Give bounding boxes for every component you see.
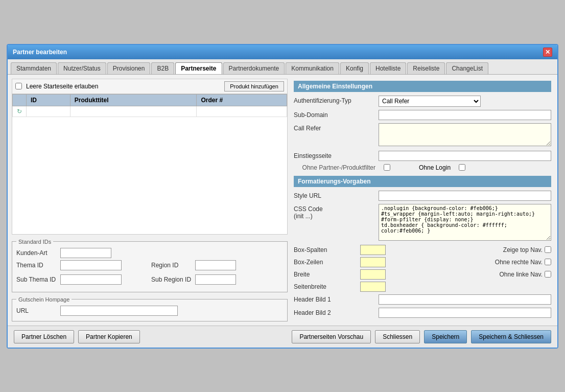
box-zeilen-input[interactable]: 15 (360, 257, 386, 267)
close-button[interactable]: ✕ (543, 48, 552, 57)
table-icon-col (13, 94, 27, 106)
empty-start-checkbox[interactable] (15, 83, 22, 89)
close-dialog-button[interactable]: Schliessen (375, 330, 420, 343)
einstieg-input[interactable] (379, 151, 551, 161)
gutschein-legend: Gutschein Hompage (16, 296, 72, 303)
standard-ids-group: Standard IDs Kunden-Art 0 Thema ID 0 Reg… (12, 239, 288, 292)
sub-thema-input[interactable]: 0 (60, 274, 122, 285)
formatierung-header: Formatierungs-Vorgaben (294, 176, 551, 187)
table-order-col: Order # (197, 94, 287, 106)
allgemein-header: Allgemeine Einstellungen (294, 81, 551, 92)
preview-button[interactable]: Partnerseiten Vorschau (292, 330, 371, 343)
style-url-input[interactable] (379, 191, 551, 201)
css-code-field: .noplugin {background-color: #feb006;} #… (379, 204, 551, 242)
delete-partner-button[interactable]: Partner Löschen (14, 330, 74, 343)
right-scroll-area[interactable]: Allgemeine Einstellungen Authentifizieru… (292, 79, 553, 321)
call-refer-textarea[interactable] (379, 123, 551, 146)
style-url-field (379, 191, 551, 201)
product-table-area: Leere Starteseite erlauben Produkt hinzu… (12, 79, 288, 235)
gutschein-url-input[interactable] (60, 306, 178, 316)
tab-b2b[interactable]: B2B (151, 62, 174, 74)
tab-reiseliste[interactable]: Reiseliste (407, 62, 445, 74)
kunden-art-input[interactable]: 0 (60, 248, 111, 258)
tab-changelist[interactable]: ChangeList (446, 62, 488, 74)
ohne-filter-label: Ohne Partner-/Produktfilter (302, 164, 375, 171)
ohne-login-label: Ohne Login (419, 164, 451, 171)
gutschein-group: Gutschein Hompage URL (12, 296, 288, 321)
zeige-top-nav-label: Zeige top Nav. (503, 246, 551, 253)
title-bar: Partner bearbeiten ✕ (8, 45, 557, 59)
tab-partnerdokumente[interactable]: Partnerdokumente (223, 62, 285, 74)
kunden-art-label: Kunden-Art (16, 249, 57, 257)
region-id-input[interactable]: 0 (195, 260, 236, 270)
tab-stammdaten[interactable]: Stammdaten (11, 62, 57, 74)
add-product-button[interactable]: Produkt hinzufügen (224, 81, 284, 91)
sub-thema-label: Sub Thema ID (16, 276, 57, 283)
box-spalten-input[interactable]: 3 (360, 245, 386, 255)
auth-type-select[interactable]: Call Refer Basic Auth Token None (379, 96, 481, 107)
filter-label-wrap: Ohne Partner-/Produktfilter (294, 164, 375, 171)
region-id-row: Region ID 0 (151, 260, 283, 270)
header-bild1-label: Header Bild 1 (294, 294, 375, 303)
empty-start-label: Leere Starteseite erlauben (26, 83, 98, 90)
table-title-cell (70, 106, 197, 117)
header-bild1-input[interactable] (379, 294, 551, 305)
right-panel: Allgemeine Einstellungen Authentifizieru… (292, 79, 553, 321)
ohne-rechte-nav-label: Ohne rechte Nav. (495, 259, 551, 266)
refresh-icon[interactable]: ↻ (13, 106, 27, 117)
tab-kommunikation[interactable]: Kommunikation (286, 62, 339, 74)
ohne-rechte-nav-checkbox[interactable] (545, 259, 551, 265)
filter-login-row: Ohne Partner-/Produktfilter Ohne Login (294, 163, 551, 173)
style-url-label: Style URL (294, 191, 375, 199)
breite-input[interactable]: 930 (360, 269, 386, 280)
box-zeilen-row: Box-Zeilen 15 Ohne rechte Nav. (294, 256, 551, 268)
seitenbreite-label: Seitenbreite (294, 283, 350, 290)
dialog-title: Partner bearbeiten (13, 49, 67, 56)
zeige-top-nav-checkbox[interactable] (545, 246, 551, 253)
seitenbreite-row: Seitenbreite 180 (294, 281, 551, 293)
style-url-row: Style URL (294, 189, 551, 202)
save-button[interactable]: Speichern (424, 330, 467, 343)
ohne-filter-checkbox[interactable] (384, 164, 390, 171)
seitenbreite-input[interactable]: 180 (360, 282, 386, 292)
tab-provisionen[interactable]: Provisionen (107, 62, 151, 74)
breite-label: Breite (294, 271, 350, 278)
tab-partnerseite[interactable]: Partnerseite (175, 62, 222, 74)
thema-id-label: Thema ID (16, 262, 57, 269)
css-code-textarea[interactable]: .noplugin {background-color: #feb006;} #… (379, 204, 551, 241)
css-code-label: CSS Code (init ...) (294, 204, 375, 220)
thema-id-row: Thema ID 0 (16, 260, 148, 270)
ohne-login-checkbox[interactable] (459, 164, 465, 171)
ids-row-2: Thema ID 0 Region ID 0 (16, 260, 283, 272)
box-spalten-label: Box-Spalten (294, 246, 350, 253)
region-id-label: Region ID (151, 262, 192, 269)
ohne-linke-nav-checkbox[interactable] (545, 271, 551, 278)
sub-region-row: Sub Region ID 0 (151, 274, 283, 285)
css-code-row: CSS Code (init ...) .noplugin {backgroun… (294, 202, 551, 244)
box-zeilen-label: Box-Zeilen (294, 259, 350, 266)
call-refer-label: Call Refer (294, 123, 375, 132)
ids-row-3: Sub Thema ID 0 Sub Region ID 0 (16, 274, 283, 287)
tab-nutzerstatus[interactable]: Nutzer/Status (58, 62, 106, 74)
tab-bar: Stammdaten Nutzer/Status Provisionen B2B… (8, 59, 557, 75)
standard-ids-legend: Standard IDs (16, 239, 53, 245)
subdomain-input[interactable] (379, 110, 551, 120)
header-bild2-input[interactable] (379, 308, 551, 318)
call-refer-row: Call Refer (294, 122, 551, 149)
thema-id-input[interactable]: 0 (60, 260, 122, 270)
product-table: ID Produkttitel Order # ↻ (12, 94, 287, 117)
sub-region-label: Sub Region ID (151, 276, 192, 283)
subdomain-field (379, 110, 551, 120)
call-refer-field (379, 123, 551, 148)
tab-hotelliste[interactable]: Hotelliste (370, 62, 406, 74)
gutschein-url-row: URL (16, 306, 283, 316)
save-close-button[interactable]: Speichern & Schliessen (471, 330, 551, 343)
tab-konfig[interactable]: Konfig (340, 62, 369, 74)
copy-partner-button[interactable]: Partner Kopieren (78, 330, 140, 343)
einstieg-label: Einstiegsseite (294, 151, 375, 159)
table-id-col: ID (27, 94, 70, 106)
partner-dialog: Partner bearbeiten ✕ Stammdaten Nutzer/S… (7, 44, 558, 349)
sub-region-input[interactable]: 0 (195, 274, 236, 285)
auth-type-row: Authentifizierung-Typ Call Refer Basic A… (294, 94, 551, 108)
breite-row: Breite 930 Ohne linke Nav. (294, 268, 551, 281)
